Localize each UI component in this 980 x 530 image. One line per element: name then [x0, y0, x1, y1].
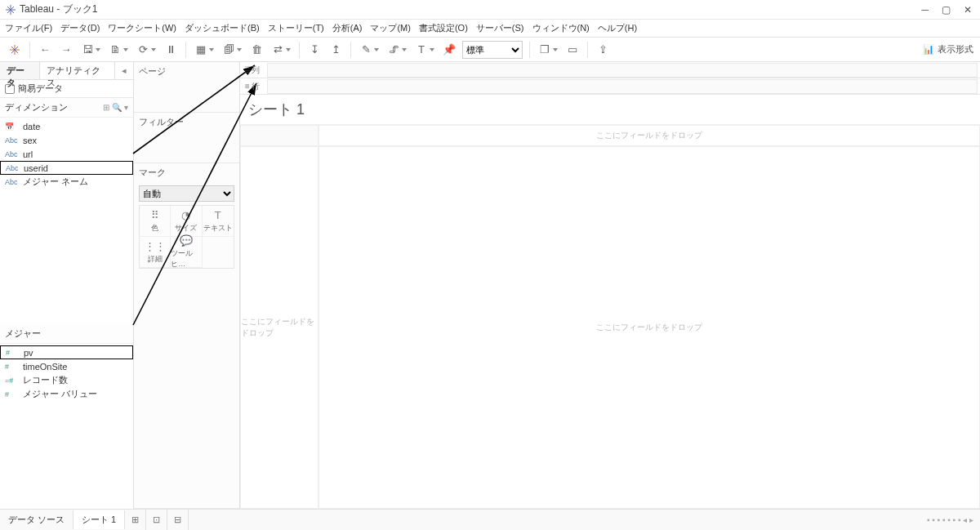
rows-icon: ≡ [245, 82, 250, 91]
field-type-icon: Abc [5, 150, 20, 158]
field-type-icon: Abc [5, 136, 20, 145]
view-area: ⦙⦙⦙列 ≡行 シート 1 ここにフィールドをドロップ ここにフィールドをドロッ… [240, 62, 980, 509]
measure-field[interactable]: =#レコード数 [0, 373, 133, 387]
dimension-field[interactable]: Abcuserid [0, 161, 133, 175]
marks-buttons: ⠿色 ◔サイズ Tテキスト ⋮⋮詳細 💬ツールヒ… [139, 205, 234, 269]
menu-worksheet[interactable]: ワークシート(W) [108, 22, 176, 34]
tab-data[interactable]: データ [0, 62, 40, 79]
new-sheet-icon[interactable]: ⊞ [125, 510, 146, 530]
clear-icon[interactable]: 🗑 [248, 42, 265, 58]
cards-pane: ページ フィルター マーク 自動 ⠿色 ◔サイズ Tテキスト ⋮⋮詳細 💬ツール… [134, 62, 240, 509]
pause-icon[interactable]: ⏸ [163, 42, 179, 58]
filters-shelf[interactable] [134, 131, 239, 163]
dimension-field[interactable]: Abcメジャー ネーム [0, 175, 133, 189]
datasource-icon-small [5, 84, 15, 94]
pages-shelf[interactable] [134, 81, 239, 112]
size-icon: ◔ [181, 209, 190, 221]
duplicate-icon[interactable]: 🗐 [220, 42, 237, 58]
tableau-home-icon[interactable] [7, 42, 23, 58]
menu-format[interactable]: 書式設定(O) [419, 22, 468, 34]
forward-icon[interactable]: → [58, 42, 74, 58]
show-me-button[interactable]: 📊 表示形式 [923, 43, 973, 56]
dropzone-columns[interactable]: ここにフィールドをドロップ [318, 125, 980, 146]
tooltip-icon: 💬 [180, 234, 193, 247]
measure-field[interactable]: #pv [0, 345, 133, 359]
menu-file[interactable]: ファイル(F) [5, 22, 52, 34]
measures-header: メジャー [0, 324, 133, 344]
filters-shelf-header: フィルター [134, 113, 239, 131]
field-label: メジャー バリュー [23, 388, 97, 400]
datasource-icon[interactable]: 🗎 [107, 42, 123, 58]
sheet-title[interactable]: シート 1 [240, 95, 980, 125]
mark-text[interactable]: Tテキスト [203, 206, 234, 237]
save-icon[interactable]: 🖫 [79, 42, 96, 58]
refresh-icon[interactable]: ⟳ [135, 42, 151, 58]
pane-menu-icon[interactable]: ◂ [122, 65, 127, 76]
menu-icon[interactable]: ▾ [124, 103, 128, 112]
color-icon: ⠿ [151, 209, 159, 221]
measure-field[interactable]: #メジャー バリュー [0, 387, 133, 401]
new-dashboard-icon[interactable]: ⊡ [146, 510, 167, 530]
rows-shelf[interactable]: ≡行 [240, 78, 980, 95]
field-label: sex [23, 136, 37, 145]
datasource-row[interactable]: 簡易データ [0, 80, 133, 98]
measure-list: #pv#timeOnSite=#レコード数#メジャー バリュー [0, 344, 133, 403]
cards-icon[interactable]: ❐ [537, 42, 553, 58]
menu-server[interactable]: サーバー(S) [476, 22, 524, 34]
view-canvas[interactable]: ここにフィールドをドロップ ここにフィールドをドロップ ここにフィールドをドロッ… [240, 125, 980, 509]
pin-icon[interactable]: 📌 [441, 42, 457, 58]
tab-sheet1[interactable]: シート 1 [74, 510, 125, 529]
mark-tooltip[interactable]: 💬ツールヒ… [171, 237, 202, 268]
field-type-icon: # [5, 363, 20, 371]
mark-size[interactable]: ◔サイズ [171, 206, 202, 237]
dimension-field[interactable]: 📅date [0, 119, 133, 133]
field-label: timeOnSite [23, 362, 67, 372]
pages-shelf-header: ページ [134, 62, 239, 81]
dimension-field[interactable]: Abcsex [0, 133, 133, 147]
search-icon[interactable]: 🔍 [112, 103, 122, 112]
minimize-button[interactable]: ─ [921, 4, 929, 16]
columns-shelf[interactable]: ⦙⦙⦙列 [240, 62, 980, 78]
new-story-icon[interactable]: ⊟ [167, 510, 189, 530]
menu-help[interactable]: ヘルプ(H) [598, 22, 637, 34]
fit-select[interactable]: 標準 [462, 41, 523, 59]
tab-analytics[interactable]: アナリティクス [40, 62, 115, 79]
dropzone-corner[interactable] [240, 125, 318, 146]
data-pane: データ アナリティクス ◂ 簡易データ ディメンション ⊞🔍▾ 📅dateAbc… [0, 62, 134, 509]
dimension-field[interactable]: Abcurl [0, 147, 133, 161]
group-icon[interactable]: 🖇 [385, 42, 402, 58]
menu-map[interactable]: マップ(M) [370, 22, 411, 34]
menu-window[interactable]: ウィンドウ(N) [532, 22, 590, 34]
share-icon[interactable]: ⇪ [595, 42, 611, 58]
field-type-icon: # [5, 390, 20, 399]
dropzone-main[interactable]: ここにフィールドをドロップ [318, 146, 980, 509]
maximize-button[interactable]: ▢ [942, 4, 951, 16]
menu-data[interactable]: データ(D) [60, 22, 100, 34]
mark-detail[interactable]: ⋮⋮詳細 [140, 237, 171, 268]
menubar: ファイル(F) データ(D) ワークシート(W) ダッシュボード(B) ストーリ… [0, 20, 980, 38]
show-me-icon: 📊 [923, 44, 934, 55]
workspace: データ アナリティクス ◂ 簡易データ ディメンション ⊞🔍▾ 📅dateAbc… [0, 62, 980, 509]
labels-icon[interactable]: T [413, 42, 430, 58]
swap-icon[interactable]: ⇄ [270, 42, 286, 58]
field-type-icon: Abc [6, 164, 20, 172]
field-type-icon: =# [5, 376, 20, 385]
measure-field[interactable]: #timeOnSite [0, 359, 133, 373]
sort-desc-icon[interactable]: ↥ [327, 42, 344, 58]
menu-analysis[interactable]: 分析(A) [332, 22, 363, 34]
menu-dashboard[interactable]: ダッシュボード(B) [185, 22, 260, 34]
dimensions-header: ディメンション ⊞🔍▾ [0, 98, 133, 118]
mark-color[interactable]: ⠿色 [140, 206, 171, 237]
sort-asc-icon[interactable]: ↧ [306, 42, 323, 58]
dropzone-rows[interactable]: ここにフィールドをドロップ [240, 146, 318, 509]
text-icon: T [215, 209, 221, 221]
mark-type-select[interactable]: 自動 [139, 185, 234, 202]
highlight-icon[interactable]: ✎ [358, 42, 374, 58]
presentation-icon[interactable]: ▭ [564, 42, 581, 58]
back-icon[interactable]: ← [37, 42, 53, 58]
new-worksheet-icon[interactable]: ▦ [193, 42, 209, 58]
tab-datasource[interactable]: データ ソース [0, 510, 74, 529]
menu-story[interactable]: ストーリー(T) [268, 22, 324, 34]
close-button[interactable]: ✕ [964, 4, 972, 16]
view-icon[interactable]: ⊞ [103, 103, 109, 112]
